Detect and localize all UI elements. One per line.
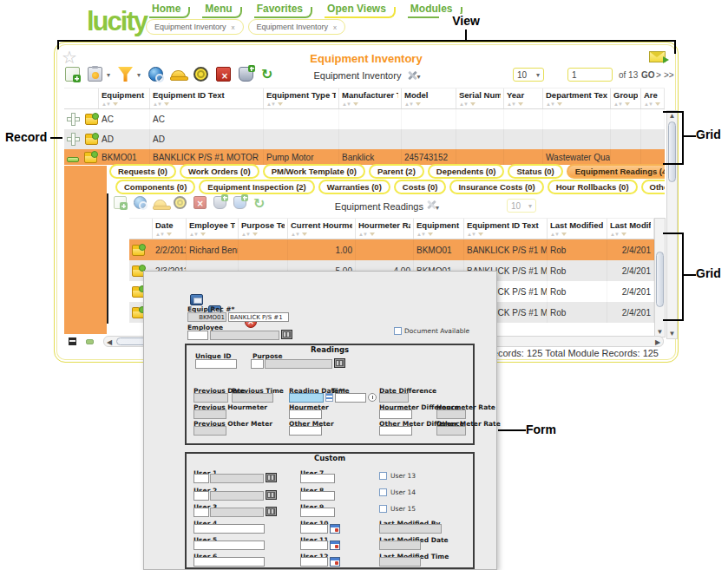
window-tab-equipment-inventory-1[interactable]: Equipment Inventoryx (248, 19, 346, 35)
document-available-checkbox[interactable] (394, 327, 402, 335)
filter-column-icon[interactable] (302, 233, 307, 236)
column-header-year[interactable]: Year▲▼ (504, 88, 543, 108)
sort-icon[interactable]: ▲▼ (550, 232, 559, 237)
readings-page-size-select[interactable]: 10▾ (507, 199, 536, 213)
column-header-equipment-type-text[interactable]: Equipment Type Text▲▼ (264, 88, 339, 108)
sort-icon[interactable]: ▲▼ (644, 102, 653, 107)
filter-column-icon[interactable] (113, 102, 118, 106)
column-header-serial-number[interactable]: Serial Number▲▼ (456, 88, 504, 108)
sort-icon[interactable]: ▲▼ (613, 102, 622, 107)
collapse-button[interactable] (69, 337, 76, 345)
nav-menu[interactable]: Menu (202, 3, 234, 18)
email-icon[interactable] (649, 51, 666, 62)
child-tab-pm-work-template-0[interactable]: PM/Work Template (0) (263, 164, 365, 179)
employee-code-input[interactable] (187, 331, 208, 340)
filter-column-icon[interactable] (428, 233, 433, 236)
child-tab-othermeter-rollbacks[interactable]: OtherMeter Rollbacks (641, 180, 665, 194)
filter-column-icon[interactable] (370, 233, 375, 236)
filter-column-icon[interactable] (478, 233, 483, 236)
save-icon[interactable] (190, 294, 203, 305)
scroll-down-icon[interactable]: ▼ (667, 330, 677, 337)
sort-icon[interactable]: ▲▼ (467, 232, 475, 237)
table-row[interactable]: BKMO01BANKLICK P/S #1 MOTORPump MotorBan… (64, 149, 665, 165)
child-tab-components-0[interactable]: Components (0) (115, 180, 195, 194)
user-7-input[interactable] (300, 474, 335, 483)
collapse-row-icon[interactable] (67, 157, 79, 162)
unique-id-input[interactable] (195, 359, 237, 369)
filter-column-icon[interactable] (518, 102, 523, 106)
sort-icon[interactable]: ▲▼ (358, 232, 367, 237)
filter-column-icon[interactable] (278, 102, 283, 106)
page-number-input[interactable]: 1 (567, 68, 613, 82)
scroll-left-icon[interactable]: ◀ (106, 338, 113, 346)
filter-column-icon[interactable] (253, 233, 258, 236)
scroll-right-icon[interactable]: ▶ (654, 338, 661, 346)
user-2-picker-icon[interactable] (266, 490, 277, 500)
wrench-icon[interactable] (426, 200, 436, 210)
user-6-input[interactable] (193, 557, 265, 567)
filter-column-icon[interactable] (470, 102, 475, 106)
table-row[interactable]: ACAC (64, 109, 665, 129)
time-input[interactable] (335, 393, 366, 403)
pager-last-button[interactable]: >> (664, 70, 674, 80)
filter-column-icon[interactable] (164, 102, 169, 106)
filter-column-icon[interactable] (625, 102, 630, 106)
sort-icon[interactable]: ▲▼ (153, 102, 161, 107)
table-row[interactable]: ADAD (64, 129, 665, 149)
column-header-current-hourmeter[interactable]: Current Hourmeter▲▼ (288, 219, 356, 239)
user-14-checkbox[interactable] (379, 488, 387, 496)
column-header-last-modified-by[interactable]: Last Modified By▲▼ (548, 219, 607, 239)
table-row[interactable]: 2/2/2011Richard Bennett1.00BKMO01BANKLIC… (129, 239, 654, 260)
scroll-up-icon[interactable]: ▲ (667, 112, 677, 120)
user-5-input[interactable] (193, 541, 265, 550)
open-record-folder-icon[interactable] (132, 247, 145, 256)
sort-icon[interactable]: ▲▼ (404, 102, 413, 107)
child-tab-dependents-0[interactable]: Dependents (0) (428, 164, 505, 179)
filter-column-icon[interactable] (353, 102, 358, 106)
expand-row-icon[interactable] (67, 113, 80, 126)
column-header-date[interactable]: Date▲▼ (153, 219, 187, 239)
main-vertical-scrollbar[interactable]: ▲ ▼ (666, 110, 678, 339)
close-tab-icon[interactable]: x (232, 23, 235, 31)
column-header-employee-text[interactable]: Employee Text▲▼ (187, 219, 239, 239)
child-tab-hour-rollbacks-0[interactable]: Hour Rollbacks (0) (548, 180, 638, 194)
user-10-input[interactable] (300, 524, 328, 534)
filter-column-icon[interactable] (561, 233, 567, 236)
nav-open-views[interactable]: Open Views (325, 3, 389, 18)
column-header-purpose-text[interactable]: Purpose Text▲▼ (239, 219, 288, 239)
user-2-input[interactable] (193, 491, 209, 501)
sort-icon[interactable]: ▲▼ (610, 232, 619, 237)
user-8-input[interactable] (300, 491, 335, 501)
page-size-select[interactable]: 10▾ (513, 68, 544, 82)
user-1-picker-icon[interactable] (266, 473, 277, 482)
column-header-group-text[interactable]: Group Text▲▼ (611, 88, 641, 108)
sort-icon[interactable]: ▲▼ (416, 232, 425, 237)
nav-home[interactable]: Home (149, 3, 183, 18)
user-11-input[interactable] (300, 541, 328, 550)
sort-icon[interactable]: ▲▼ (546, 102, 554, 107)
sort-icon[interactable]: ▲▼ (459, 102, 468, 107)
scroll-down-icon[interactable]: ▼ (655, 328, 665, 336)
purpose-picker-icon[interactable] (334, 358, 345, 368)
child-tab-warranties-0[interactable]: Warranties (0) (318, 180, 390, 194)
child-tab-equipment-inspection-2[interactable]: Equipment Inspection (2) (199, 180, 314, 194)
other-meter-difference-input[interactable] (379, 426, 412, 436)
user-13-checkbox[interactable] (379, 472, 387, 480)
child-tab-equipment-readings-4[interactable]: Equipment Readings (4) (567, 164, 665, 179)
user-15-checkbox[interactable] (379, 505, 387, 513)
filter-column-icon[interactable] (557, 102, 562, 106)
user-10-calendar-icon[interactable] (330, 524, 340, 534)
user-3-picker-icon[interactable] (266, 507, 277, 516)
other-meter-input[interactable] (289, 426, 322, 436)
column-header-hourmeter-rate[interactable]: Hourmeter Rate▲▼ (356, 219, 414, 239)
pager-go-button[interactable]: GO (641, 70, 655, 80)
user-11-calendar-icon[interactable] (330, 541, 340, 550)
user-9-input[interactable] (300, 508, 335, 517)
pager-next-button[interactable]: > (656, 70, 661, 80)
child-tab-status-0[interactable]: Status (0) (508, 164, 562, 179)
child-tab-requests-0[interactable]: Requests (0) (109, 164, 176, 179)
user-1-input[interactable] (193, 474, 209, 483)
filter-column-icon[interactable] (655, 102, 660, 106)
sort-icon[interactable]: ▲▼ (291, 232, 299, 237)
reading-date-input[interactable] (289, 393, 324, 403)
